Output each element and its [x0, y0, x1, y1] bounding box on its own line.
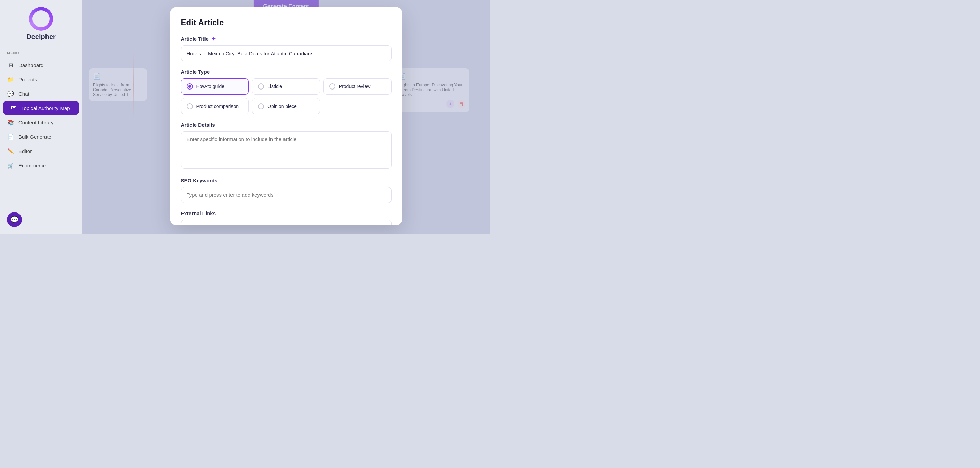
logo-icon: [29, 7, 53, 31]
radio-product-review: [329, 83, 336, 89]
topical-authority-map-icon: 🗺: [10, 104, 17, 112]
external-links-label: External Links: [181, 211, 391, 216]
radio-dot: [188, 85, 191, 88]
sidebar-item-ecommerce[interactable]: 🛒 Ecommerce: [0, 158, 82, 173]
sidebar: Decipher MENU ⊞ Dashboard 📁 Projects 💬 C…: [0, 0, 82, 234]
content-library-icon: 📚: [7, 119, 14, 126]
article-type-section: Article Type How-to guide Listicle: [181, 69, 391, 114]
sidebar-item-label: Topical Authority Map: [21, 105, 70, 111]
chat-icon: 💬: [7, 90, 14, 97]
radio-opinion-piece: [258, 103, 264, 109]
article-title-label: Article Title ✦: [181, 35, 391, 42]
seo-keywords-section: SEO Keywords: [181, 178, 391, 203]
modal-overlay: Edit Article Article Title ✦ Article Typ…: [82, 0, 490, 234]
sidebar-item-topical-authority-map[interactable]: 🗺 Topical Authority Map: [3, 101, 80, 115]
sidebar-item-label: Editor: [19, 148, 32, 154]
radio-listicle: [258, 83, 264, 89]
article-details-textarea[interactable]: [181, 131, 391, 169]
sidebar-item-bulk-generate[interactable]: 📄 Bulk Generate: [0, 130, 82, 144]
sidebar-item-content-library[interactable]: 📚 Content Library: [0, 115, 82, 130]
sidebar-item-label: Chat: [19, 91, 29, 97]
projects-icon: 📁: [7, 76, 14, 83]
radio-product-comparison: [187, 103, 193, 109]
sidebar-item-label: Content Library: [19, 119, 54, 125]
type-option-product-review[interactable]: Product review: [323, 78, 391, 95]
type-option-how-to-guide[interactable]: How-to guide: [181, 78, 249, 95]
sidebar-item-label: Projects: [19, 76, 37, 82]
sidebar-item-dashboard[interactable]: ⊞ Dashboard: [0, 58, 82, 72]
sidebar-item-projects[interactable]: 📁 Projects: [0, 72, 82, 86]
article-title-section: Article Title ✦: [181, 35, 391, 62]
external-links-section: External Links: [181, 211, 391, 225]
chat-support-icon: 💬: [10, 216, 19, 224]
seo-keywords-label: SEO Keywords: [181, 178, 391, 184]
ecommerce-icon: 🛒: [7, 162, 14, 169]
sidebar-item-editor[interactable]: ✏️ Editor: [0, 144, 82, 158]
sidebar-item-label: Ecommerce: [19, 163, 46, 168]
article-details-label: Article Details: [181, 122, 391, 128]
article-details-section: Article Details: [181, 122, 391, 170]
radio-how-to-guide: [187, 83, 193, 89]
sparkle-icon: ✦: [211, 35, 216, 42]
modal-title: Edit Article: [181, 18, 391, 27]
sidebar-item-label: Bulk Generate: [19, 134, 51, 140]
editor-icon: ✏️: [7, 147, 14, 155]
article-type-grid-row1: How-to guide Listicle Product review: [181, 78, 391, 95]
article-type-label: Article Type: [181, 69, 391, 75]
article-type-grid-row2: Product comparison Opinion piece: [181, 98, 391, 114]
bulk-generate-icon: 📄: [7, 133, 14, 140]
menu-label: MENU: [7, 51, 19, 55]
type-option-product-comparison[interactable]: Product comparison: [181, 98, 249, 114]
sidebar-item-chat[interactable]: 💬 Chat: [0, 86, 82, 101]
external-links-input[interactable]: [181, 220, 391, 225]
type-option-listicle[interactable]: Listicle: [252, 78, 320, 95]
article-title-input[interactable]: [181, 46, 391, 62]
sidebar-item-label: Dashboard: [19, 62, 43, 68]
main-area: Generate Content 📄 Flights to India from…: [82, 0, 490, 234]
logo-area: Decipher: [26, 7, 56, 41]
edit-article-modal: Edit Article Article Title ✦ Article Typ…: [170, 7, 402, 225]
dashboard-icon: ⊞: [7, 61, 14, 69]
seo-keywords-input[interactable]: [181, 187, 391, 203]
type-option-opinion-piece[interactable]: Opinion piece: [252, 98, 320, 114]
chat-support-button[interactable]: 💬: [7, 212, 22, 227]
app-title: Decipher: [26, 33, 56, 41]
